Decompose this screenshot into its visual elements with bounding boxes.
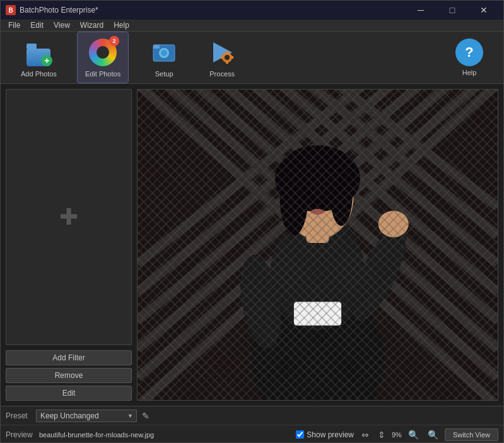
svg-point-2 bbox=[161, 50, 167, 56]
filter-list: ✚ bbox=[6, 89, 132, 345]
process-label: Process bbox=[209, 70, 235, 78]
add-photos-label: Add Photos bbox=[21, 70, 57, 78]
app-window: B BatchPhoto Enterprise* ─ □ ✕ File Edit… bbox=[0, 0, 504, 443]
add-photos-icon: + bbox=[23, 37, 54, 68]
titlebar-left: B BatchPhoto Enterprise* bbox=[6, 5, 98, 15]
titlebar: B BatchPhoto Enterprise* ─ □ ✕ bbox=[1, 1, 503, 20]
preset-edit-button[interactable]: ✎ bbox=[142, 411, 149, 421]
preview-filename: beautiful-brunette-for-mloads-new.jpg bbox=[39, 431, 291, 439]
menu-view[interactable]: View bbox=[49, 20, 75, 31]
menu-wizard[interactable]: Wizard bbox=[75, 20, 108, 31]
preset-label: Preset bbox=[6, 411, 31, 420]
switch-view-button[interactable]: Switch View bbox=[445, 428, 498, 441]
show-preview-label: Show preview bbox=[307, 430, 354, 439]
app-icon: B bbox=[6, 5, 16, 15]
photo-simulation bbox=[138, 90, 498, 400]
svg-rect-3 bbox=[153, 45, 160, 49]
minimize-button[interactable]: ─ bbox=[406, 1, 435, 20]
zoom-out-button[interactable]: 🔍 bbox=[406, 428, 421, 441]
edit-photos-button[interactable]: 2 Edit Photos bbox=[77, 32, 129, 83]
fence-background bbox=[138, 90, 498, 400]
filter-buttons: Add Filter Remove Edit bbox=[6, 350, 132, 401]
add-filter-button[interactable]: Add Filter bbox=[6, 350, 132, 365]
show-preview-input[interactable] bbox=[296, 430, 304, 439]
edit-filter-button[interactable]: Edit bbox=[6, 386, 132, 401]
preset-select[interactable]: Keep Unchanged Custom bbox=[36, 410, 137, 422]
svg-point-6 bbox=[225, 55, 230, 60]
edit-photos-label: Edit Photos bbox=[85, 70, 120, 78]
window-title: BatchPhoto Enterprise* bbox=[20, 6, 98, 15]
setup-icon bbox=[149, 37, 179, 68]
main-content: ✚ Add Filter Remove Edit bbox=[1, 84, 503, 406]
svg-rect-10 bbox=[231, 56, 233, 59]
menu-edit[interactable]: Edit bbox=[25, 20, 49, 31]
setup-button[interactable]: Setup bbox=[141, 32, 187, 83]
preview-image-area bbox=[137, 89, 498, 401]
setup-label: Setup bbox=[155, 70, 173, 78]
filter-empty-icon: ✚ bbox=[56, 204, 81, 230]
svg-rect-9 bbox=[221, 56, 223, 59]
preset-select-wrapper: Keep Unchanged Custom bbox=[36, 410, 137, 422]
titlebar-controls: ─ □ ✕ bbox=[406, 1, 498, 20]
fit-width-button[interactable]: ⇔ bbox=[359, 428, 372, 441]
menubar: File Edit View Wizard Help bbox=[1, 20, 503, 32]
zoom-level: 9% bbox=[392, 431, 402, 439]
svg-rect-7 bbox=[226, 51, 228, 54]
preview-panel bbox=[137, 89, 498, 401]
toolbar: + Add Photos 2 Edit Photos bbox=[1, 32, 503, 84]
preview-label: Preview bbox=[6, 430, 34, 439]
menu-help[interactable]: Help bbox=[108, 20, 134, 31]
left-panel: ✚ Add Filter Remove Edit bbox=[6, 89, 132, 401]
add-photos-button[interactable]: + Add Photos bbox=[13, 32, 64, 83]
process-icon bbox=[207, 37, 237, 68]
show-preview-checkbox[interactable]: Show preview bbox=[296, 430, 354, 439]
preset-row: Preset Keep Unchanged Custom ✎ bbox=[1, 406, 503, 425]
process-button[interactable]: Process bbox=[199, 32, 245, 83]
remove-filter-button[interactable]: Remove bbox=[6, 368, 132, 383]
help-label: Help bbox=[462, 69, 477, 76]
menu-file[interactable]: File bbox=[3, 20, 25, 31]
bottom-bar: Preset Keep Unchanged Custom ✎ Preview b… bbox=[1, 406, 503, 443]
preview-controls: ⇔ ⇕ 9% 🔍 🔍 Switch View bbox=[359, 428, 498, 441]
preview-row: Preview beautiful-brunette-for-mloads-ne… bbox=[1, 425, 503, 443]
help-icon: ? bbox=[455, 38, 483, 66]
zoom-in-button[interactable]: 🔍 bbox=[425, 428, 441, 441]
edit-badge: 2 bbox=[109, 36, 119, 46]
edit-photos-icon: 2 bbox=[88, 37, 118, 68]
svg-rect-8 bbox=[226, 61, 228, 64]
maximize-button[interactable]: □ bbox=[438, 1, 467, 20]
close-button[interactable]: ✕ bbox=[469, 1, 498, 20]
fit-height-button[interactable]: ⇕ bbox=[375, 428, 388, 441]
help-button[interactable]: ? Help bbox=[448, 33, 491, 81]
